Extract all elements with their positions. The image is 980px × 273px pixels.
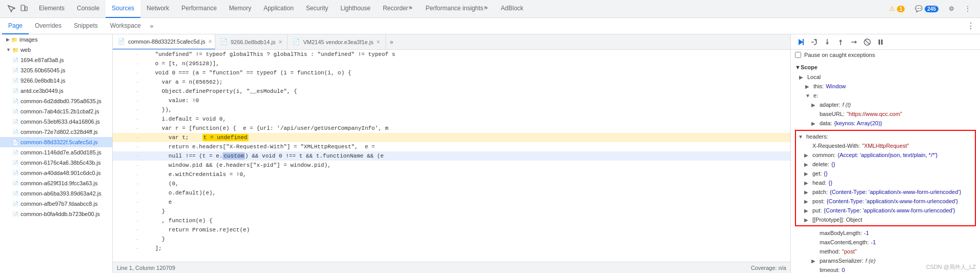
sub-nav: Page Overrides Snippets Workspace » ⋮ [0, 18, 980, 34]
tab-performance-insights[interactable]: Performance insights ⚑ [419, 0, 495, 18]
code-line: - } [113, 235, 790, 244]
code-line: - value: !0 [113, 96, 790, 105]
scope-this[interactable]: ▶ this: Window [791, 82, 980, 91]
tab-elements[interactable]: Elements [33, 0, 71, 18]
tab-security[interactable]: Security [300, 0, 334, 18]
sidebar-file-3205[interactable]: 📄 3205.60b65045.js [0, 65, 112, 75]
scope-put[interactable]: ▶ put: {Content-Type: 'application/x-www… [796, 206, 975, 215]
sidebar-file-common-53e[interactable]: 📄 common-53ebf633.d4a16806.js [0, 116, 112, 127]
sub-tab-workspace[interactable]: Workspace [104, 18, 147, 34]
right-panel: Pause on caught exceptions ▼ Scope ▶ Loc… [790, 34, 980, 273]
code-line: - e.withCredentials = !0, [113, 170, 790, 179]
pause-on-caught-exceptions-label[interactable]: Pause on caught exceptions [804, 52, 875, 58]
sidebar-file-common-6d2[interactable]: 📄 common-6d2ddbd0.795a8635.js [0, 96, 112, 106]
folder-arrow-web: ▼ [6, 47, 11, 52]
tab-sources[interactable]: Sources [106, 0, 140, 18]
scope-local[interactable]: ▶ Local [791, 72, 980, 82]
device-icon[interactable] [18, 4, 29, 14]
scope-max-content-length[interactable]: maxContentLength: -1 [791, 238, 980, 247]
scope-prototype-arrow: ▶ [804, 217, 810, 223]
sidebar-item-web[interactable]: ▼ 📁 web [0, 45, 112, 55]
file-icon-tab2: 📄 [220, 38, 228, 45]
file-tab-9266[interactable]: 📄 9266.0e8bdb14.js × [215, 34, 288, 50]
sidebar-file-common-afb[interactable]: 📄 common-afbe97b7.fdaabcc8.js [0, 199, 112, 209]
scope-section: ▼ Scope ▶ Local ▶ this: Window ▼ e: ▶ [791, 60, 980, 273]
scope-x-requested-with[interactable]: X-Requested-With: "XMLHttpRequest" [796, 141, 975, 150]
sidebar-file-9266[interactable]: 📄 9266.0e8bdb14.js [0, 75, 112, 86]
more-button[interactable]: ⋮ [962, 2, 974, 16]
scope-head[interactable]: ▶ head: {} [796, 178, 975, 187]
scope-max-body-length[interactable]: maxBodyLength: -1 [791, 228, 980, 238]
code-line: - return e.headers["X-Requested-With"] =… [113, 142, 790, 151]
step-button[interactable] [848, 36, 860, 48]
code-line: - o = [t, n(295128)], [113, 59, 790, 68]
sidebar-file-1694[interactable]: 📄 1694.e87af3a8.js [0, 55, 112, 65]
sidebar-file-common-88d[interactable]: 📄 common-88d3322f.5cafec5d.js [0, 137, 112, 147]
scope-data-arrow: ▶ [811, 121, 818, 126]
pause-exceptions-button[interactable] [875, 36, 886, 48]
scope-title[interactable]: ▼ Scope [791, 62, 980, 72]
tab-memory[interactable]: Memory [223, 0, 257, 18]
sidebar-file-common-a62[interactable]: 📄 common-a629f31d.9fcc3a63.js [0, 178, 112, 188]
file-tab-close-2[interactable]: × [278, 38, 282, 46]
resume-button[interactable] [795, 36, 806, 48]
scope-adapter[interactable]: ▶ adapter: f (t) [791, 100, 980, 109]
file-tab-common-88d[interactable]: 📄 common-88d3322f.5cafec5d.js × [113, 34, 215, 50]
scope-headers[interactable]: ▼ headers: [796, 132, 975, 141]
file-icon-tab3: 📄 [293, 38, 300, 45]
tab-network[interactable]: Network [140, 0, 175, 18]
scope-patch[interactable]: ▶ patch: {Content-Type: 'application/x-w… [796, 187, 975, 197]
file-icon-7: 📄 [12, 119, 18, 125]
sub-tab-overrides[interactable]: Overrides [29, 18, 68, 34]
file-tabs-more[interactable]: » [386, 38, 398, 46]
scope-get[interactable]: ▶ get: {} [796, 169, 975, 178]
scope-delete[interactable]: ▶ delete: {} [796, 160, 975, 169]
file-tab-vm2145[interactable]: 📄 VM2145 vendor.e3ea3f1e.js × [288, 34, 385, 50]
sidebar-file-common-a40[interactable]: 📄 common-a40dda48.901c6dc0.js [0, 168, 112, 178]
tab-console[interactable]: Console [71, 0, 106, 18]
sidebar-file-common-72e[interactable]: 📄 common-72e7d802.c328d4ff.js [0, 127, 112, 137]
scope-prototype[interactable]: ▶ [[Prototype]]: Object [796, 215, 975, 224]
scope-data[interactable]: ▶ data: {keynos: Array(20)} [791, 119, 980, 128]
sidebar-file-antd[interactable]: 📄 antd.ce3b0449.js [0, 86, 112, 96]
warning-badge[interactable]: ⚠ 1 [886, 2, 908, 16]
code-line-highlighted-yellow: - var t; t = undefined [113, 133, 790, 142]
scope-e-arrow: ▼ [805, 93, 811, 99]
sidebar-file-common-b0f[interactable]: 📄 common-b0fa4ddb.b723be00.js [0, 209, 112, 219]
scope-baseurl[interactable]: baseURL: "https://www.qcc.com" [791, 109, 980, 119]
sidebar-file-common-114[interactable]: 📄 common-1146dd7e.a5d0d185.js [0, 147, 112, 158]
sidebar-item-images[interactable]: ▶ 📁 images [0, 34, 112, 45]
scope-e[interactable]: ▼ e: [791, 91, 980, 100]
sidebar-file-common-7ab[interactable]: 📄 common-7ab4dc15.2b1cbaf2.js [0, 106, 112, 116]
file-tab-close-3[interactable]: × [376, 38, 380, 46]
pause-on-caught-exceptions-checkbox[interactable] [795, 52, 801, 58]
sidebar-file-common-ab6[interactable]: 📄 common-ab6ba393.89d63a42.js [0, 188, 112, 199]
scope-common[interactable]: ▶ common: {Accept: 'application/json, te… [796, 150, 975, 160]
tab-application[interactable]: Application [257, 0, 300, 18]
sidebar-file-common-617[interactable]: 📄 common-6176c4a6.38b5c43b.js [0, 158, 112, 168]
settings-button[interactable]: ⚙ [946, 2, 957, 16]
tab-recorder[interactable]: Recorder ⚑ [377, 0, 419, 18]
file-icon-13: 📄 [12, 181, 18, 186]
tab-performance[interactable]: Performance [175, 0, 223, 18]
sub-nav-more[interactable]: » [147, 23, 157, 30]
sub-tab-snippets[interactable]: Snippets [68, 18, 104, 34]
file-tab-close-1[interactable]: × [208, 38, 212, 45]
code-panel: 📄 common-88d3322f.5cafec5d.js × 📄 9266.0… [113, 34, 790, 273]
tab-lighthouse[interactable]: Lighthouse [334, 0, 377, 18]
file-sidebar: ▶ 📁 images ▼ 📁 web 📄 1694.e87af3a8.js 📄 … [0, 34, 113, 273]
step-into-button[interactable] [822, 36, 833, 48]
sub-nav-menu-btn[interactable]: ⋮ [964, 19, 978, 33]
inspect-icon[interactable] [6, 4, 16, 14]
code-line: - var r = [function(e) { e = {url: '/api… [113, 124, 790, 133]
scope-method[interactable]: method: "post" [791, 247, 980, 256]
scope-post[interactable]: ▶ post: {Content-Type: 'application/x-ww… [796, 197, 975, 206]
code-area[interactable]: - "undefined" != typeof globalThis ? glo… [113, 50, 790, 262]
deactivate-button[interactable] [862, 36, 873, 48]
messages-badge[interactable]: 💬 245 [912, 2, 942, 16]
tab-adblock[interactable]: AdBlock [495, 0, 529, 18]
sub-tab-page[interactable]: Page [2, 18, 29, 34]
step-over-button[interactable] [808, 36, 820, 48]
step-out-button[interactable] [835, 36, 846, 48]
scope-post-arrow: ▶ [804, 199, 810, 204]
